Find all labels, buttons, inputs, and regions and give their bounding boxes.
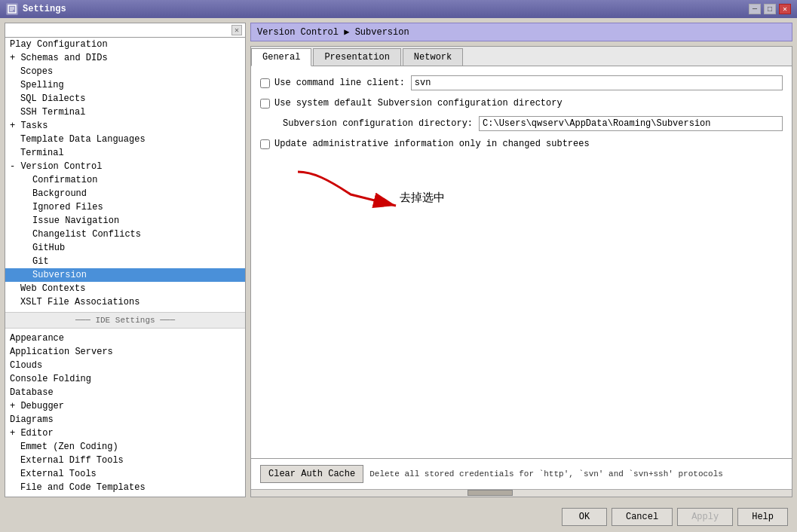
tree-item-github[interactable]: GitHub xyxy=(5,241,245,255)
chinese-annotation-text: 去掉选中 xyxy=(400,191,445,205)
cancel-button[interactable]: Cancel xyxy=(612,508,673,526)
window-controls: ─ □ ✕ xyxy=(749,4,791,14)
annotation-area: 去掉选中 xyxy=(260,157,783,247)
close-button[interactable]: ✕ xyxy=(779,4,791,14)
tree-item-appearance[interactable]: Appearance xyxy=(5,332,245,345)
window-title: Settings xyxy=(23,4,66,14)
tree-item-background[interactable]: Background xyxy=(5,187,245,200)
use-cmd-client-checkbox[interactable] xyxy=(260,78,270,88)
tab-presentation[interactable]: Presentation xyxy=(313,48,400,66)
tree-item-sql-dialects[interactable]: SQL Dialects xyxy=(5,92,245,105)
tree-item-external-diff[interactable]: External Diff Tools xyxy=(5,454,245,467)
tree-item-emmet[interactable]: Emmet (Zen Coding) xyxy=(5,440,245,454)
maximize-button[interactable]: □ xyxy=(764,4,776,14)
use-system-default-checkbox[interactable] xyxy=(260,99,270,109)
help-button[interactable]: Help xyxy=(737,508,788,526)
tree-item-schemas-dids[interactable]: + Schemas and DIDs xyxy=(5,51,245,65)
horizontal-scrollbar[interactable] xyxy=(251,489,792,497)
tree-item-git[interactable]: Git xyxy=(5,255,245,268)
bottom-bar: Clear Auth Cache Delete all stored crede… xyxy=(251,458,792,489)
cmd-client-input[interactable] xyxy=(411,75,783,90)
use-system-default-label: Use system default Subversion configurat… xyxy=(274,98,562,109)
tree-item-diagrams[interactable]: Diagrams xyxy=(5,413,245,427)
tree-item-issue-navigation[interactable]: Issue Navigation xyxy=(5,214,245,228)
tree-item-play-config[interactable]: Play Configuration xyxy=(5,38,245,51)
tree-item-subversion[interactable]: Subversion xyxy=(5,268,245,282)
tree-item-app-servers[interactable]: Application Servers xyxy=(5,345,245,359)
update-admin-checkbox[interactable] xyxy=(260,139,270,149)
tree-item-file-types[interactable]: File Types xyxy=(5,494,245,497)
tree-item-confirmation[interactable]: Confirmation xyxy=(5,173,245,187)
use-cmd-client-checkbox-label[interactable]: Use command line client: xyxy=(260,78,405,88)
use-system-default-row: Use system default Subversion configurat… xyxy=(260,98,783,109)
tree-item-console-folding[interactable]: Console Folding xyxy=(5,372,245,386)
search-bar: ✕ xyxy=(5,23,245,38)
tab-bar: GeneralPresentationNetwork xyxy=(251,47,792,66)
footer: OK Cancel Apply Help xyxy=(0,502,797,532)
tree-item-clouds[interactable]: Clouds xyxy=(5,359,245,372)
tree-item-debugger[interactable]: + Debugger xyxy=(5,399,245,413)
update-admin-label: Update administrative information only i… xyxy=(274,139,590,149)
tree-item-web-contexts[interactable]: Web Contexts xyxy=(5,282,245,295)
update-admin-row: Update administrative information only i… xyxy=(260,139,783,149)
title-bar: Settings ─ □ ✕ xyxy=(0,0,797,18)
subversion-config-dir-label: Subversion configuration directory: xyxy=(283,118,473,129)
scrollbar-thumb[interactable] xyxy=(467,490,513,496)
use-cmd-client-label: Use command line client: xyxy=(274,78,405,88)
tree-item-template-data[interactable]: Template Data Languages xyxy=(5,133,245,146)
app-icon xyxy=(6,3,18,15)
tree-item-terminal[interactable]: Terminal xyxy=(5,146,245,160)
tree-item-database[interactable]: Database xyxy=(5,386,245,399)
content-panel: GeneralPresentationNetwork Use command l… xyxy=(250,46,792,497)
search-clear-button[interactable]: ✕ xyxy=(231,25,242,35)
tree-item-editor[interactable]: + Editor xyxy=(5,427,245,440)
tab-general[interactable]: General xyxy=(251,48,311,66)
update-admin-checkbox-label[interactable]: Update administrative information only i… xyxy=(260,139,590,149)
left-panel: ✕ Play Configuration+ Schemas and DIDsSc… xyxy=(5,23,246,497)
apply-button[interactable]: Apply xyxy=(677,508,733,526)
tab-network[interactable]: Network xyxy=(403,48,463,66)
clear-auth-cache-button[interactable]: Clear Auth Cache xyxy=(260,465,363,483)
tab-content: Use command line client: Use system defa… xyxy=(251,66,792,458)
tree-item-spelling[interactable]: Spelling xyxy=(5,78,245,92)
tree-item-version-control[interactable]: - Version Control xyxy=(5,160,245,173)
tree-item-file-code-templates[interactable]: File and Code Templates xyxy=(5,481,245,494)
right-panel: Version Control ▶ Subversion GeneralPres… xyxy=(250,23,792,497)
tree-item-changelist-conflicts[interactable]: Changelist Conflicts xyxy=(5,228,245,241)
ide-settings-separator: ─── IDE Settings ─── xyxy=(5,312,245,329)
use-system-default-checkbox-label[interactable]: Use system default Subversion configurat… xyxy=(260,98,562,109)
minimize-button[interactable]: ─ xyxy=(749,4,761,14)
tree-item-tasks[interactable]: + Tasks xyxy=(5,119,245,133)
ok-button[interactable]: OK xyxy=(562,508,607,526)
use-cmd-client-row: Use command line client: xyxy=(260,75,783,90)
subversion-config-dir-row: Subversion configuration directory: xyxy=(260,116,783,131)
tree-area: Play Configuration+ Schemas and DIDsScop… xyxy=(5,38,245,497)
search-input[interactable] xyxy=(8,25,231,35)
tree-item-xslt-file[interactable]: XSLT File Associations xyxy=(5,295,245,309)
subversion-config-dir-input[interactable] xyxy=(479,116,783,131)
breadcrumb: Version Control ▶ Subversion xyxy=(250,23,792,41)
tree-item-external-tools[interactable]: External Tools xyxy=(5,467,245,481)
bottom-info-text: Delete all stored credentials for `http'… xyxy=(369,469,723,478)
tree-item-ignored-files[interactable]: Ignored Files xyxy=(5,200,245,214)
tree-item-scopes[interactable]: Scopes xyxy=(5,65,245,78)
tree-item-ssh-terminal[interactable]: SSH Terminal xyxy=(5,105,245,119)
